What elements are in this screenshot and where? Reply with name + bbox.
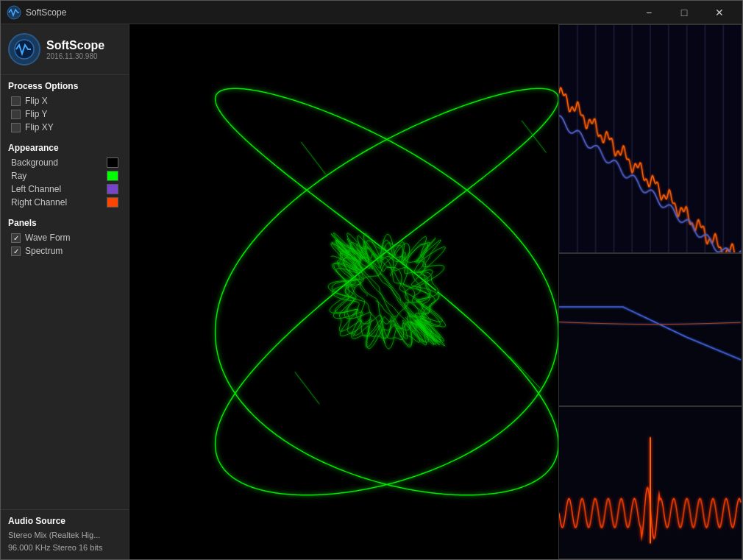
right-channel-row: Right Channel <box>8 196 121 209</box>
close-button[interactable]: ✕ <box>703 1 736 24</box>
ray-label: Ray <box>11 171 102 181</box>
background-row: Background <box>8 156 121 169</box>
app-icon <box>7 5 21 20</box>
right-channel-color-swatch[interactable] <box>107 197 118 208</box>
flip-x-item[interactable]: Flip X <box>8 94 121 107</box>
audio-device: Stereo Mix (Realtek Hig... <box>8 529 121 542</box>
flip-x-checkbox[interactable] <box>11 96 21 106</box>
waveform-bottom-panel <box>558 406 742 559</box>
flip-y-item[interactable]: Flip Y <box>8 107 121 121</box>
sidebar-logo: SoftScope 2016.11.30.980 <box>1 24 129 75</box>
audio-details: 96.000 KHz Stereo 16 bits <box>8 542 121 554</box>
titlebar: SoftScope − □ ✕ <box>1 1 742 24</box>
spectrum-item[interactable]: Spectrum <box>8 244 121 258</box>
process-options-header: Process Options <box>8 81 121 91</box>
panels-header: Panels <box>8 218 121 228</box>
audio-source-section: Audio Source Stereo Mix (Realtek Hig... … <box>1 509 129 559</box>
panels-section: Panels Wave Form Spectrum <box>1 212 129 260</box>
window-controls: − □ ✕ <box>632 1 736 24</box>
minimize-button[interactable]: − <box>632 1 666 24</box>
window-title: SoftScope <box>26 7 632 18</box>
app-version: 2016.11.30.980 <box>46 52 104 60</box>
right-channel-label: Right Channel <box>11 197 102 208</box>
left-channel-label: Left Channel <box>11 184 102 194</box>
spectrum-canvas <box>559 25 742 252</box>
flip-x-label: Flip X <box>25 96 48 106</box>
sidebar: SoftScope 2016.11.30.980 Process Options… <box>1 24 129 559</box>
maximize-button[interactable]: □ <box>667 1 701 24</box>
waveform-top-panel <box>558 253 742 406</box>
audio-source-header: Audio Source <box>8 516 121 526</box>
appearance-header: Appearance <box>8 143 121 153</box>
right-panels <box>558 24 742 559</box>
left-channel-color-swatch[interactable] <box>107 184 118 194</box>
waveform-bottom-canvas <box>559 407 742 559</box>
waveform-top-canvas <box>559 254 742 405</box>
wave-form-checkbox[interactable] <box>11 233 21 243</box>
appearance-section: Appearance Background Ray Left Channel R… <box>1 137 129 212</box>
ray-row: Ray <box>8 169 121 182</box>
wave-form-item[interactable]: Wave Form <box>8 231 121 244</box>
flip-y-label: Flip Y <box>25 109 47 119</box>
main-window: SoftScope − □ ✕ SoftScope 2016.11.30.980 <box>0 0 743 560</box>
ray-color-swatch[interactable] <box>107 171 118 181</box>
spectrum-checkbox[interactable] <box>11 247 21 256</box>
content-area: SoftScope 2016.11.30.980 Process Options… <box>1 24 742 559</box>
logo-text: SoftScope 2016.11.30.980 <box>46 39 104 60</box>
main-display <box>129 24 742 559</box>
left-channel-row: Left Channel <box>8 182 121 196</box>
flip-xy-item[interactable]: Flip XY <box>8 121 121 134</box>
wave-form-label: Wave Form <box>25 233 71 243</box>
background-color-swatch[interactable] <box>107 157 118 168</box>
spectrum-panel <box>558 24 742 253</box>
background-label: Background <box>11 157 102 168</box>
flip-y-checkbox[interactable] <box>11 110 21 119</box>
logo-icon <box>8 33 40 65</box>
app-name: SoftScope <box>46 39 104 52</box>
spectrum-label: Spectrum <box>25 246 63 256</box>
process-options-section: Process Options Flip X Flip Y Flip XY <box>1 75 129 137</box>
flip-xy-label: Flip XY <box>25 122 54 132</box>
flip-xy-checkbox[interactable] <box>11 123 21 132</box>
